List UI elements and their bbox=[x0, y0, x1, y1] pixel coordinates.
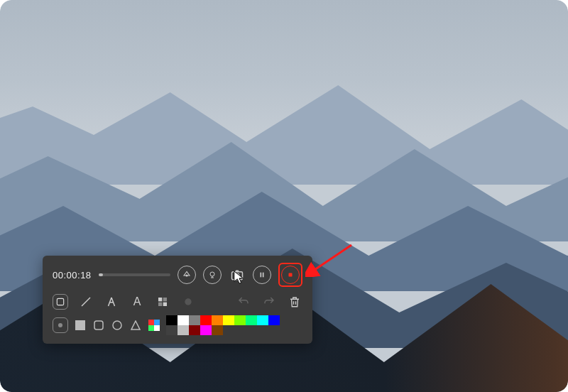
line-tool[interactable] bbox=[78, 294, 94, 310]
svg-rect-7 bbox=[57, 298, 63, 305]
svg-rect-2 bbox=[232, 272, 243, 280]
svg-rect-17 bbox=[154, 320, 160, 325]
brush-tool[interactable] bbox=[180, 294, 196, 310]
text-tool[interactable]: A bbox=[129, 294, 145, 310]
svg-rect-11 bbox=[163, 303, 167, 306]
svg-point-12 bbox=[185, 298, 191, 305]
stroke-thickness[interactable] bbox=[53, 317, 68, 333]
recording-progress[interactable] bbox=[99, 273, 170, 276]
color-swatch[interactable] bbox=[200, 315, 212, 325]
filled-square-shape[interactable] bbox=[74, 319, 87, 332]
color-swatch[interactable] bbox=[234, 315, 246, 325]
color-picker-button[interactable] bbox=[148, 319, 160, 332]
undo-button[interactable] bbox=[236, 294, 251, 310]
recording-timer: 00:00:18 bbox=[53, 270, 92, 281]
svg-rect-13 bbox=[75, 320, 85, 330]
svg-point-0 bbox=[186, 275, 187, 276]
color-swatch[interactable] bbox=[189, 325, 200, 335]
annotate-button[interactable] bbox=[178, 266, 196, 284]
triangle-shape[interactable] bbox=[129, 319, 142, 332]
svg-point-15 bbox=[113, 321, 121, 330]
color-swatch[interactable] bbox=[178, 325, 189, 335]
color-swatch[interactable] bbox=[189, 315, 200, 325]
color-swatch[interactable] bbox=[223, 315, 234, 325]
mosaic-tool[interactable] bbox=[155, 294, 170, 310]
svg-rect-10 bbox=[158, 303, 162, 306]
pause-button[interactable] bbox=[253, 266, 271, 284]
toolbar-row-shapes bbox=[53, 315, 302, 335]
color-swatch[interactable] bbox=[212, 315, 223, 325]
recording-toolbar: 00:00:18 bbox=[43, 256, 312, 344]
redo-button[interactable] bbox=[261, 294, 277, 310]
svg-rect-18 bbox=[148, 325, 154, 331]
color-swatch[interactable] bbox=[246, 315, 257, 325]
color-swatch[interactable] bbox=[166, 315, 178, 325]
toolbar-row-tools: A bbox=[53, 294, 302, 310]
delete-button[interactable] bbox=[287, 294, 302, 310]
svg-point-3 bbox=[235, 273, 239, 278]
color-swatch[interactable] bbox=[257, 315, 268, 325]
screenshot-button[interactable] bbox=[229, 266, 246, 283]
svg-point-1 bbox=[210, 272, 214, 276]
color-swatch[interactable] bbox=[268, 315, 280, 325]
stop-button-highlight bbox=[278, 263, 302, 287]
caliper-tool[interactable] bbox=[104, 294, 119, 310]
svg-rect-4 bbox=[261, 273, 262, 278]
svg-rect-19 bbox=[154, 325, 160, 331]
color-swatch[interactable] bbox=[200, 325, 212, 335]
outline-square-shape[interactable] bbox=[92, 319, 105, 332]
toolbar-row-controls: 00:00:18 bbox=[53, 263, 302, 287]
color-swatch[interactable] bbox=[212, 325, 223, 335]
svg-rect-8 bbox=[158, 298, 162, 301]
circle-shape[interactable] bbox=[111, 319, 124, 332]
webcam-button[interactable] bbox=[203, 266, 222, 284]
svg-rect-14 bbox=[94, 321, 103, 330]
svg-rect-6 bbox=[289, 273, 293, 277]
color-palette bbox=[166, 315, 280, 335]
recording-progress-fill bbox=[99, 273, 103, 276]
svg-rect-16 bbox=[148, 320, 154, 325]
svg-rect-5 bbox=[263, 273, 264, 278]
rectangle-tool[interactable] bbox=[53, 294, 68, 310]
color-swatch[interactable] bbox=[178, 315, 189, 325]
color-swatch[interactable] bbox=[166, 325, 178, 335]
stop-button[interactable] bbox=[281, 266, 300, 284]
svg-rect-9 bbox=[163, 298, 167, 301]
